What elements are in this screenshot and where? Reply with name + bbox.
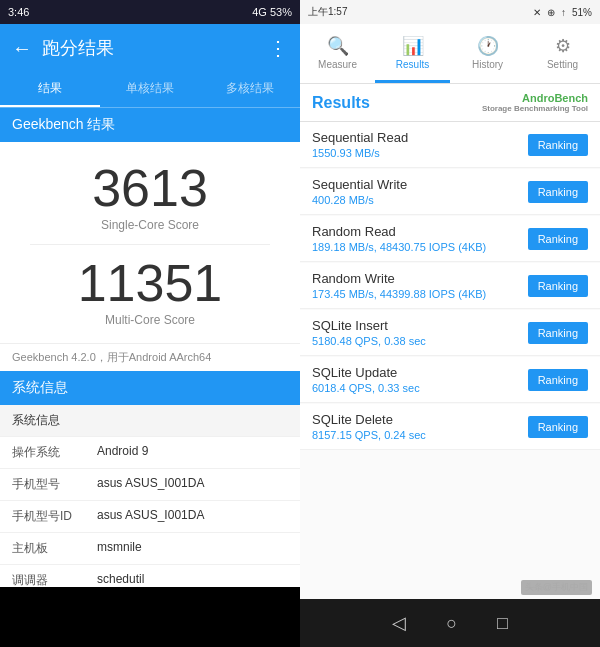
ranking-btn-sqlite-delete[interactable]: Ranking [528,416,588,438]
sys-info-header: 系统信息 [0,371,300,405]
right-panel: 上午1:57 ✕ ⊕ ↑ 51% 🔍 Measure 📊 Results 🕐 H… [300,0,600,647]
nav-setting-label: Setting [547,59,578,70]
ranking-btn-rand-read[interactable]: Ranking [528,228,588,250]
watermark: 头条@手机中国 [521,580,592,595]
result-row-sqlite-update: SQLite Update 6018.4 QPS, 0.33 sec Ranki… [300,357,600,403]
result-row-seq-write: Sequential Write 400.28 MB/s Ranking [300,169,600,215]
right-status-bar: 上午1:57 ✕ ⊕ ↑ 51% [300,0,600,24]
single-label: Single-Core Score [101,218,199,232]
result-value-seq-read: 1550.93 MB/s [312,147,528,159]
right-battery: 51% [572,7,592,18]
history-icon: 🕐 [477,35,499,57]
geekbench-header: Geekbench 结果 [0,108,300,142]
result-name-sqlite-delete: SQLite Delete [312,412,528,427]
result-value-sqlite-delete: 8157.15 QPS, 0.24 sec [312,429,528,441]
nav-measure-label: Measure [318,59,357,70]
score-area: 3613 Single-Core Score 11351 Multi-Core … [0,142,300,343]
result-row-rand-write: Random Write 173.45 MB/s, 44399.88 IOPS … [300,263,600,309]
result-value-sqlite-insert: 5180.48 QPS, 0.38 sec [312,335,528,347]
left-icons: 4G 53% [252,6,292,18]
result-info-rand-read: Random Read 189.18 MB/s, 48430.75 IOPS (… [312,224,528,253]
results-list: Sequential Read 1550.93 MB/s Ranking Seq… [300,122,600,599]
nav-history[interactable]: 🕐 History [450,24,525,83]
left-title: 跑分结果 [42,36,258,60]
single-score: 3613 [92,162,208,214]
bottom-nav-right: ◁ ○ □ [300,599,600,647]
result-name-sqlite-update: SQLite Update [312,365,528,380]
left-panel: 3:46 4G 53% ← 跑分结果 ⋮ 结果 单核结果 多核结果 Geekbe… [0,0,300,647]
results-icon: 📊 [402,35,424,57]
right-time: 上午1:57 [308,5,347,19]
setting-icon: ⚙ [555,35,571,57]
result-row-sqlite-insert: SQLite Insert 5180.48 QPS, 0.38 sec Rank… [300,310,600,356]
nav-setting[interactable]: ⚙ Setting [525,24,600,83]
result-info-seq-read: Sequential Read 1550.93 MB/s [312,130,528,159]
androbench-logo: AndroBench Storage Benchmarking Tool [482,92,588,113]
sys-row-os: 操作系统 Android 9 [0,437,300,469]
multi-score: 11351 [78,257,223,309]
result-row-rand-read: Random Read 189.18 MB/s, 48430.75 IOPS (… [300,216,600,262]
home-nav-icon[interactable]: ○ [446,613,457,634]
menu-icon[interactable]: ⋮ [268,36,288,60]
result-row-seq-read: Sequential Read 1550.93 MB/s Ranking [300,122,600,168]
result-info-rand-write: Random Write 173.45 MB/s, 44399.88 IOPS … [312,271,528,300]
multi-label: Multi-Core Score [105,313,195,327]
results-title: Results [312,94,482,112]
result-info-sqlite-delete: SQLite Delete 8157.15 QPS, 0.24 sec [312,412,528,441]
result-name-rand-write: Random Write [312,271,528,286]
sys-row-header-val: 系统信息 [12,412,288,429]
sys-row-board: 主机板 msmnile [0,533,300,565]
result-info-sqlite-update: SQLite Update 6018.4 QPS, 0.33 sec [312,365,528,394]
sys-row-scheduler: 调调器 schedutil [0,565,300,587]
back-nav-icon[interactable]: ◁ [392,612,406,634]
androbench-sub: Storage Benchmarking Tool [482,104,588,113]
left-tab-bar: 结果 单核结果 多核结果 [0,72,300,108]
sys-row-header: 系统信息 [0,405,300,437]
back-arrow-icon[interactable]: ← [12,37,32,60]
measure-icon: 🔍 [327,35,349,57]
nav-results[interactable]: 📊 Results [375,24,450,83]
result-name-sqlite-insert: SQLite Insert [312,318,528,333]
nav-history-label: History [472,59,503,70]
ranking-btn-seq-read[interactable]: Ranking [528,134,588,156]
androbench-name: AndroBench [522,92,588,104]
ranking-btn-sqlite-update[interactable]: Ranking [528,369,588,391]
nav-bar: 🔍 Measure 📊 Results 🕐 History ⚙ Setting [300,24,600,84]
left-time: 3:46 [8,6,29,18]
result-name-seq-write: Sequential Write [312,177,528,192]
result-value-sqlite-update: 6018.4 QPS, 0.33 sec [312,382,528,394]
sys-row-model: 手机型号 asus ASUS_I001DA [0,469,300,501]
tab-single[interactable]: 单核结果 [100,72,200,107]
result-name-rand-read: Random Read [312,224,528,239]
ranking-btn-seq-write[interactable]: Ranking [528,181,588,203]
result-row-sqlite-delete: SQLite Delete 8157.15 QPS, 0.24 sec Rank… [300,404,600,450]
ranking-btn-sqlite-insert[interactable]: Ranking [528,322,588,344]
nav-measure[interactable]: 🔍 Measure [300,24,375,83]
ranking-btn-rand-write[interactable]: Ranking [528,275,588,297]
left-bottom-black [0,587,300,647]
sys-info-table: 系统信息 操作系统 Android 9 手机型号 asus ASUS_I001D… [0,405,300,587]
right-status-icons: ✕ ⊕ ↑ 51% [533,7,592,18]
sys-row-model-id: 手机型号ID asus ASUS_I001DA [0,501,300,533]
results-header: Results AndroBench Storage Benchmarking … [300,84,600,122]
result-value-seq-write: 400.28 MB/s [312,194,528,206]
left-status-bar: 3:46 4G 53% [0,0,300,24]
result-value-rand-write: 173.45 MB/s, 44399.88 IOPS (4KB) [312,288,528,300]
geekbench-version: Geekbench 4.2.0，用于Android AArch64 [0,343,300,371]
left-top-bar: ← 跑分结果 ⋮ [0,24,300,72]
nav-results-label: Results [396,59,429,70]
result-value-rand-read: 189.18 MB/s, 48430.75 IOPS (4KB) [312,241,528,253]
recents-nav-icon[interactable]: □ [497,613,508,634]
tab-results[interactable]: 结果 [0,72,100,107]
result-info-sqlite-insert: SQLite Insert 5180.48 QPS, 0.38 sec [312,318,528,347]
result-name-seq-read: Sequential Read [312,130,528,145]
tab-multi[interactable]: 多核结果 [200,72,300,107]
score-divider [30,244,270,245]
result-info-seq-write: Sequential Write 400.28 MB/s [312,177,528,206]
